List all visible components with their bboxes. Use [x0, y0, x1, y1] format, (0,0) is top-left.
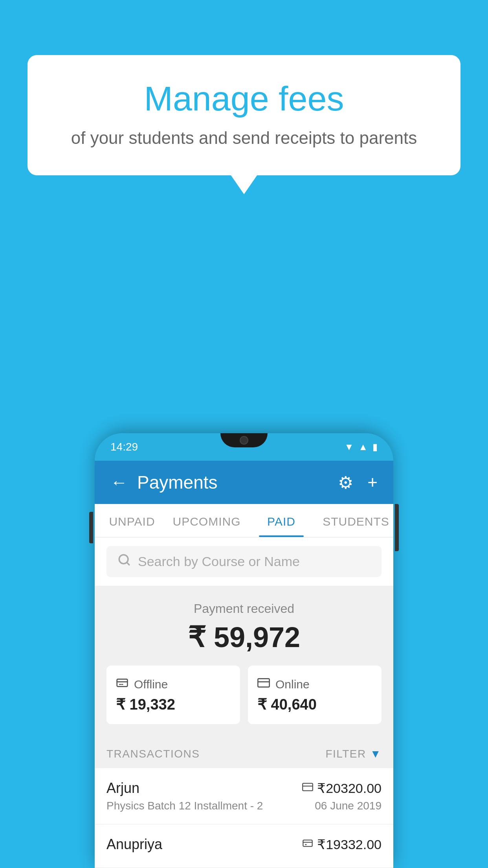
transaction-amount: ₹20320.00: [317, 780, 382, 796]
app-header: ← Payments ⚙ +: [95, 461, 393, 504]
payment-total-amount: ₹ 59,972: [106, 621, 382, 654]
svg-rect-2: [117, 679, 128, 687]
online-label: Online: [275, 678, 310, 691]
online-payment-card: Online ₹ 40,640: [248, 666, 382, 724]
transaction-course: Physics Batch 12 Installment - 2: [106, 800, 263, 812]
notch: [220, 433, 268, 447]
transaction-date: 06 June 2019: [315, 800, 382, 812]
transaction-name: Anupriya: [106, 836, 162, 853]
search-icon: [117, 553, 131, 570]
speech-bubble-container: Manage fees of your students and send re…: [28, 55, 460, 175]
offline-payment-type-icon: [302, 838, 313, 851]
transaction-amount-wrap: ₹20320.00: [302, 780, 382, 796]
tab-students[interactable]: STUDENTS: [319, 504, 393, 537]
settings-icon[interactable]: ⚙: [338, 473, 353, 493]
bubble-title: Manage fees: [59, 79, 429, 119]
svg-rect-10: [303, 840, 312, 846]
add-icon[interactable]: +: [367, 473, 378, 492]
offline-payment-card: Offline ₹ 19,332: [106, 666, 240, 724]
search-input[interactable]: Search by Course or Name: [138, 554, 300, 569]
battery-icon: ▮: [372, 441, 378, 452]
filter-button[interactable]: FILTER ▼: [325, 748, 382, 760]
camera-notch: [240, 436, 248, 445]
table-row[interactable]: Anupriya ₹19332.00: [95, 824, 393, 868]
svg-rect-6: [258, 679, 269, 687]
table-row[interactable]: Arjun ₹20320.00 Physics Batch 12 Install…: [95, 768, 393, 824]
status-icons: ▼ ▲ ▮: [344, 441, 378, 452]
transaction-row-top: Anupriya ₹19332.00: [106, 836, 382, 853]
svg-rect-8: [303, 783, 313, 791]
svg-line-1: [127, 563, 129, 565]
phone-side-button-left: [89, 512, 93, 543]
signal-icon: ▲: [358, 441, 368, 452]
offline-card-header: Offline: [116, 677, 231, 692]
transaction-row-top: Arjun ₹20320.00: [106, 780, 382, 796]
transaction-amount-wrap: ₹19332.00: [302, 837, 382, 852]
filter-icon: ▼: [370, 748, 382, 760]
tab-unpaid[interactable]: UNPAID: [95, 504, 169, 537]
filter-label: FILTER: [325, 748, 366, 760]
offline-payment-icon: [116, 677, 128, 692]
transactions-header: TRANSACTIONS FILTER ▼: [95, 736, 393, 768]
online-payment-type-icon: [302, 782, 313, 795]
bubble-subtitle: of your students and send receipts to pa…: [59, 128, 429, 148]
status-time: 14:29: [110, 441, 138, 453]
transaction-row-bottom: Physics Batch 12 Installment - 2 06 June…: [106, 800, 382, 812]
speech-bubble: Manage fees of your students and send re…: [28, 55, 460, 175]
transactions-label: TRANSACTIONS: [106, 748, 200, 760]
payment-received-label: Payment received: [106, 601, 382, 616]
page-title: Payments: [137, 472, 218, 493]
back-button[interactable]: ←: [110, 473, 128, 492]
search-bar-container: Search by Course or Name: [95, 537, 393, 586]
online-card-header: Online: [257, 677, 372, 692]
search-input-wrap[interactable]: Search by Course or Name: [106, 546, 382, 577]
online-payment-icon: [257, 677, 270, 692]
phone-frame: 14:29 ▼ ▲ ▮ ← Payments ⚙ + UNPAID UPCOMI…: [95, 433, 393, 868]
payment-cards: Offline ₹ 19,332 Online: [106, 666, 382, 724]
payment-summary: Payment received ₹ 59,972: [95, 586, 393, 736]
header-left: ← Payments: [110, 472, 218, 493]
transaction-name: Arjun: [106, 780, 139, 796]
transaction-list: Arjun ₹20320.00 Physics Batch 12 Install…: [95, 768, 393, 868]
phone-side-button-right: [395, 504, 399, 551]
header-right: ⚙ +: [338, 473, 378, 493]
screen-body: Search by Course or Name Payment receive…: [95, 537, 393, 868]
tabs-bar: UNPAID UPCOMING PAID STUDENTS: [95, 504, 393, 537]
status-bar: 14:29 ▼ ▲ ▮: [95, 433, 393, 461]
offline-label: Offline: [134, 678, 168, 691]
tab-upcoming[interactable]: UPCOMING: [169, 504, 244, 537]
tab-paid[interactable]: PAID: [244, 504, 319, 537]
online-amount: ₹ 40,640: [257, 696, 372, 713]
wifi-icon: ▼: [344, 441, 354, 452]
offline-amount: ₹ 19,332: [116, 696, 231, 713]
transaction-amount: ₹19332.00: [317, 837, 382, 852]
